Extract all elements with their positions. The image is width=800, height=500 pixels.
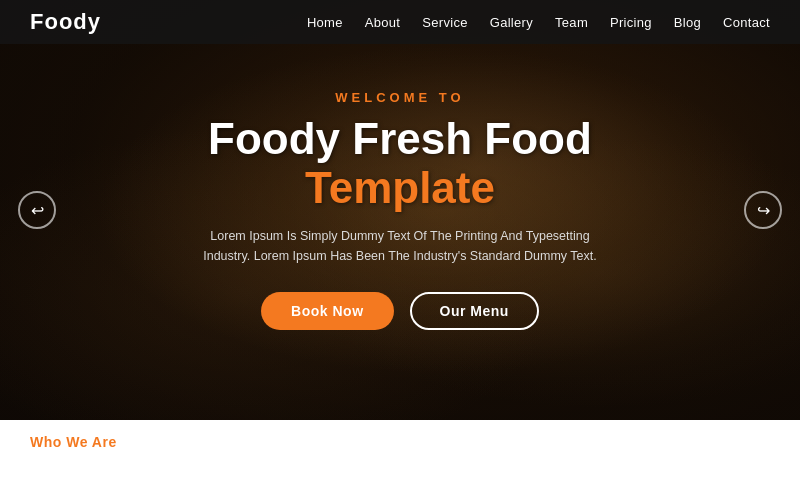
hero-buttons: Book Now Our Menu — [120, 292, 680, 330]
nav-link-pricing[interactable]: Pricing — [610, 15, 652, 30]
nav-item-gallery[interactable]: Gallery — [490, 13, 533, 31]
book-now-button[interactable]: Book Now — [261, 292, 393, 330]
nav-item-pricing[interactable]: Pricing — [610, 13, 652, 31]
hero-content: Welcome To Foody Fresh Food Template Lor… — [100, 90, 700, 330]
nav-item-blog[interactable]: Blog — [674, 13, 701, 31]
nav-item-service[interactable]: Service — [422, 13, 467, 31]
who-we-are-label: Who We Are — [30, 434, 117, 450]
brand-logo[interactable]: Foody — [30, 9, 101, 35]
nav-item-contact[interactable]: Contact — [723, 13, 770, 31]
nav-menu: Home About Service Gallery Team Pricing … — [307, 13, 770, 31]
nav-link-about[interactable]: About — [365, 15, 400, 30]
nav-link-contact[interactable]: Contact — [723, 15, 770, 30]
nav-link-home[interactable]: Home — [307, 15, 343, 30]
hero-prev-button[interactable]: ↩ — [18, 191, 56, 229]
nav-item-about[interactable]: About — [365, 13, 400, 31]
arrow-left-icon: ↩ — [31, 201, 44, 220]
hero-next-button[interactable]: ↪ — [744, 191, 782, 229]
our-menu-button[interactable]: Our Menu — [410, 292, 539, 330]
nav-item-team[interactable]: Team — [555, 13, 588, 31]
below-hero-section: Who We Are — [0, 420, 800, 500]
nav-link-gallery[interactable]: Gallery — [490, 15, 533, 30]
nav-link-team[interactable]: Team — [555, 15, 588, 30]
hero-welcome-text: Welcome To — [120, 90, 680, 105]
hero-title: Foody Fresh Food Template — [120, 115, 680, 212]
nav-link-blog[interactable]: Blog — [674, 15, 701, 30]
nav-link-service[interactable]: Service — [422, 15, 467, 30]
arrow-right-icon: ↪ — [757, 201, 770, 220]
nav-item-home[interactable]: Home — [307, 13, 343, 31]
navbar: Foody Home About Service Gallery Team Pr… — [0, 0, 800, 44]
hero-title-text: Foody Fresh Food — [208, 114, 592, 163]
hero-subtitle: Lorem Ipsum Is Simply Dummy Text Of The … — [190, 226, 610, 266]
hero-section: ↩ Welcome To Foody Fresh Food Template L… — [0, 0, 800, 420]
hero-title-highlight: Template — [305, 163, 495, 212]
